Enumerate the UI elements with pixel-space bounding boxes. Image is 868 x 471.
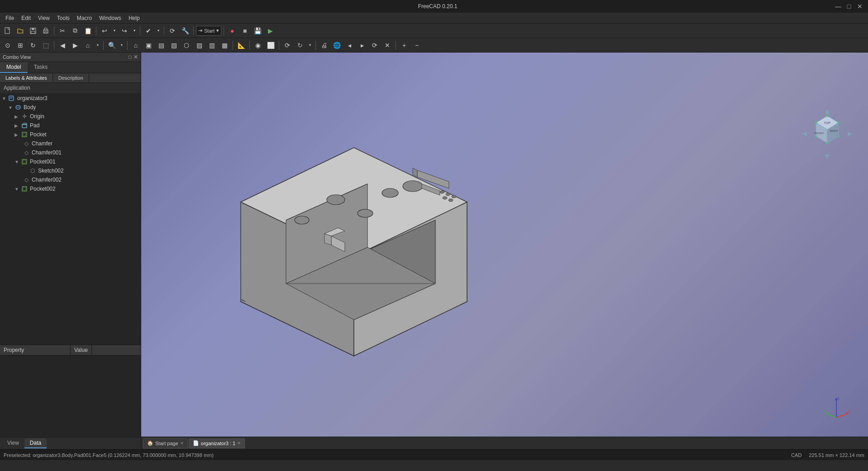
- copy-button[interactable]: ⧉: [69, 25, 81, 37]
- tab-model[interactable]: Model: [0, 62, 28, 73]
- cut-button[interactable]: ✂: [57, 25, 68, 37]
- tree-arrow-pocket001: ▼: [14, 159, 21, 164]
- combo-view-title: Combo View: [3, 54, 31, 60]
- print2-button[interactable]: 🖨: [318, 39, 330, 51]
- menu-help[interactable]: Help: [125, 14, 143, 22]
- redo-button[interactable]: ↪: [119, 25, 130, 37]
- print-button[interactable]: [40, 25, 52, 37]
- redo-dropdown[interactable]: ▾: [131, 25, 138, 37]
- menu-edit[interactable]: Edit: [18, 14, 34, 22]
- open-button[interactable]: [14, 25, 26, 37]
- main-area: Combo View □ ✕ Model Tasks Labels & Attr…: [0, 53, 868, 449]
- back-nav-button[interactable]: ◀: [57, 39, 68, 51]
- check-dropdown[interactable]: ▾: [155, 25, 162, 37]
- view-iso-button[interactable]: ⬡: [181, 39, 192, 51]
- tree-item-organizator3[interactable]: ▼ organizator3: [0, 94, 141, 103]
- tab-labels-attributes[interactable]: Labels & Attributes: [0, 73, 53, 82]
- view-right-button[interactable]: ▧: [168, 39, 180, 51]
- labels-row: Labels & Attributes Description: [0, 73, 141, 83]
- wireframe-button[interactable]: ⬜: [265, 39, 277, 51]
- tree-item-sketch002[interactable]: ▶ ⬡ Sketch002: [0, 166, 141, 175]
- tree-item-body[interactable]: ▼ Body: [0, 103, 141, 112]
- rotate-button[interactable]: ↻: [27, 39, 39, 51]
- refresh2-button[interactable]: ⟳: [281, 39, 293, 51]
- arrow-left-button[interactable]: ◂: [343, 39, 355, 51]
- view-top-button[interactable]: ▤: [155, 39, 167, 51]
- bottom-tab-view[interactable]: View: [2, 438, 24, 448]
- value-col-header: Value: [71, 345, 92, 355]
- play-macro-button[interactable]: ▶: [264, 25, 276, 37]
- shading-button[interactable]: ◉: [252, 39, 264, 51]
- viewport[interactable]: TOP FRONT RIGHT: [141, 53, 868, 449]
- zoom-fit-button[interactable]: ⊞: [14, 39, 26, 51]
- refresh-button[interactable]: ⟳: [167, 25, 178, 37]
- left-panel: Combo View □ ✕ Model Tasks Labels & Attr…: [0, 53, 141, 449]
- stop-macro-button[interactable]: ■: [239, 25, 251, 37]
- vtab-start-page[interactable]: 🏠 Start page ✕: [143, 438, 188, 448]
- close-panel-button[interactable]: ✕: [134, 54, 138, 60]
- close-button[interactable]: ✕: [856, 3, 863, 10]
- paste-button[interactable]: 📋: [82, 25, 94, 37]
- vtab-organizator3-icon: 📄: [193, 440, 199, 446]
- svg-rect-17: [23, 160, 26, 163]
- tree-item-pad[interactable]: ▶ Pad: [0, 121, 141, 130]
- tree-item-chamfer001[interactable]: ▶ ◇ Chamfer001: [0, 148, 141, 157]
- tree-item-chamfer002[interactable]: ▶ ◇ Chamfer002: [0, 175, 141, 184]
- tree-item-chamfer[interactable]: ▶ ◇ Chamfer: [0, 139, 141, 148]
- menu-macro[interactable]: Macro: [73, 14, 95, 22]
- forward-nav-button[interactable]: ▶: [69, 39, 81, 51]
- viewport-tabs: 🏠 Start page ✕ 📄 organizator3 : 1 ✕: [141, 437, 868, 449]
- svg-text:TOP: TOP: [824, 121, 831, 125]
- new-button[interactable]: [2, 25, 14, 37]
- vtab-start-page-close[interactable]: ✕: [180, 441, 184, 446]
- nav-cube[interactable]: TOP FRONT RIGHT: [800, 107, 854, 161]
- arrow-right-button[interactable]: ▸: [356, 39, 368, 51]
- bottom-tab-data[interactable]: Data: [24, 438, 47, 448]
- workbench-dropdown[interactable]: ⇥ Start ▾: [196, 26, 221, 36]
- undo-button[interactable]: ↩: [99, 25, 110, 37]
- web-button[interactable]: 🌐: [331, 39, 343, 51]
- zoom-minus-button[interactable]: −: [411, 39, 423, 51]
- select-button[interactable]: ⬚: [40, 39, 52, 51]
- refresh3-button[interactable]: ↻: [294, 39, 306, 51]
- tree-item-pocket001[interactable]: ▼ Pocket001: [0, 157, 141, 166]
- nav-dropdown[interactable]: ▾: [95, 39, 101, 51]
- zoom-plus-button[interactable]: +: [398, 39, 410, 51]
- menu-tools[interactable]: Tools: [53, 14, 73, 22]
- save-macro-button[interactable]: 💾: [252, 25, 263, 37]
- sync-view-button[interactable]: ⊙: [2, 39, 14, 51]
- home-button[interactable]: ⌂: [82, 39, 94, 51]
- view-back-button[interactable]: ▨: [193, 39, 205, 51]
- vtab-organizator3-label: organizator3 : 1: [201, 441, 235, 446]
- reload-button[interactable]: ⟳: [369, 39, 381, 51]
- record-macro-button[interactable]: ●: [226, 25, 238, 37]
- check-button[interactable]: ✔: [143, 25, 154, 37]
- stop-load-button[interactable]: ✕: [382, 39, 393, 51]
- tree-arrow-pad: ▶: [14, 123, 21, 128]
- macro-button[interactable]: 🔧: [179, 25, 191, 37]
- menu-windows[interactable]: Windows: [95, 14, 125, 22]
- tab-tasks[interactable]: Tasks: [28, 62, 54, 73]
- tree-item-pocket002[interactable]: ▼ Pocket002: [0, 184, 141, 193]
- view-front-button[interactable]: ▣: [143, 39, 154, 51]
- nav-dropdown2[interactable]: ▾: [307, 39, 313, 51]
- tree-item-pocket[interactable]: ▶ Pocket: [0, 130, 141, 139]
- tree-view[interactable]: ▼ organizator3 ▼ Body ▶ ✛ Origin: [0, 93, 141, 345]
- view-home-button[interactable]: ⌂: [130, 39, 142, 51]
- save-button[interactable]: [27, 25, 39, 37]
- zoom-dropdown[interactable]: ▾: [119, 39, 125, 51]
- minimize-button[interactable]: —: [835, 3, 842, 10]
- measure-button[interactable]: 📐: [235, 39, 247, 51]
- maximize-button[interactable]: □: [845, 3, 853, 10]
- vtab-organizator3-close[interactable]: ✕: [237, 441, 241, 446]
- undo-dropdown[interactable]: ▾: [111, 25, 118, 37]
- tab-description[interactable]: Description: [53, 73, 89, 82]
- view-bottom-button[interactable]: ▥: [206, 39, 218, 51]
- vtab-organizator3[interactable]: 📄 organizator3 : 1 ✕: [189, 438, 245, 448]
- menu-file[interactable]: File: [2, 14, 18, 22]
- zoom-in-level[interactable]: 🔍: [106, 39, 118, 51]
- float-button[interactable]: □: [129, 54, 132, 60]
- tree-item-origin[interactable]: ▶ ✛ Origin: [0, 112, 141, 121]
- view-left-button[interactable]: ▦: [219, 39, 230, 51]
- menu-view[interactable]: View: [34, 14, 53, 22]
